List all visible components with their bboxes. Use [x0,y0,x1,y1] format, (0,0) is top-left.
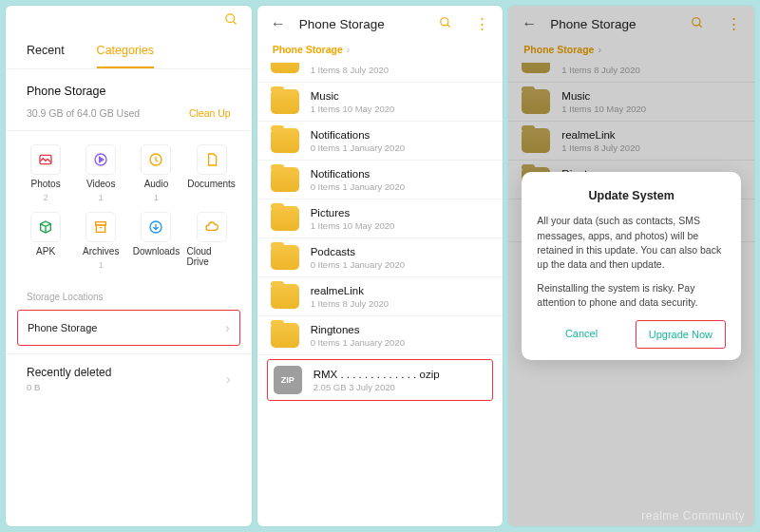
archive-icon [86,212,116,242]
cloud-icon [197,212,227,242]
category-archives[interactable]: Archives 1 [76,212,125,271]
location-label: Phone Storage [28,322,97,333]
locations-label: Storage Locations [6,278,252,308]
search-icon[interactable] [439,16,452,32]
svg-point-0 [226,14,235,23]
row-name: Ringtones [311,324,490,335]
cancel-button[interactable]: Cancel [537,320,625,349]
update-system-dialog: Update System All your data (such as con… [522,172,741,359]
watermark: realme Community [641,509,745,522]
search-icon[interactable] [224,12,238,29]
dialog-actions: Cancel Upgrade Now [537,320,726,349]
category-apk[interactable]: APK [21,212,70,271]
file-row[interactable]: ZIP RMX . . . . . . . . . . . . . ozip 2… [267,359,494,401]
category-label: Videos [86,179,115,189]
category-count: 1 [99,260,104,270]
file-list: 1 Items 8 July 2020 Music 1 Items 10 May… [257,63,504,526]
breadcrumb[interactable]: Phone Storage› [257,36,504,63]
row-sub: 1 Items 10 May 2020 [311,220,490,231]
upgrade-now-button[interactable]: Upgrade Now [636,320,726,349]
breadcrumb-label: Phone Storage [273,44,343,55]
row-sub: 0 Items 1 January 2020 [311,142,490,153]
category-audio[interactable]: Audio 1 [131,144,180,202]
chevron-right-icon: › [225,320,230,335]
recently-deleted[interactable]: Recently deleted 0 B › [6,353,252,404]
row-name: Notifications [311,168,490,180]
category-label: Cloud Drive [187,246,237,267]
recently-deleted-label: Recently deleted [27,366,111,379]
row-sub: 2.05 GB 3 July 2020 [314,382,487,392]
folder-icon [271,323,299,348]
folder-icon [271,284,299,309]
modal-overlay: Update System All your data (such as con… [508,6,754,526]
back-icon[interactable]: ← [271,15,286,32]
row-sub: 1 Items 8 July 2020 [311,298,490,309]
panel-folder-list: ← Phone Storage ⋮ Phone Storage› 1 Items… [257,6,504,526]
cube-icon [30,212,61,242]
folder-icon [271,63,299,73]
folder-row[interactable]: Music 1 Items 10 May 2020 [257,83,504,122]
row-sub: 0 Items 1 January 2020 [311,259,490,270]
folder-icon [271,245,299,270]
row-meta: Pictures 1 Items 10 May 2020 [311,207,490,231]
folder-row[interactable]: Ringtones 0 Items 1 January 2020 [257,316,504,355]
category-photos[interactable]: Photos 2 [21,144,70,202]
row-meta: realmeLink 1 Items 8 July 2020 [311,285,490,309]
category-cloud-drive[interactable]: Cloud Drive [187,212,237,271]
page-title: Phone Storage [299,17,427,31]
category-downloads[interactable]: Downloads [131,212,180,271]
zip-icon: ZIP [274,366,302,394]
cleanup-link[interactable]: Clean Up [189,107,231,119]
row-meta: Notifications 0 Items 1 January 2020 [311,168,490,192]
play-icon [86,144,116,175]
tab-recent[interactable]: Recent [27,44,65,68]
category-label: APK [36,246,55,256]
category-documents[interactable]: Documents [187,144,237,202]
location-phone-storage[interactable]: Phone Storage › [17,310,240,346]
folder-row[interactable]: Notifications 0 Items 1 January 2020 [257,161,504,200]
category-count: 1 [154,193,159,202]
category-label: Archives [83,246,119,256]
category-label: Downloads [133,246,180,256]
category-grid: Photos 2 Videos 1 Audio 1 Documents APK … [6,131,252,278]
svg-point-7 [441,17,448,25]
download-icon [141,212,171,242]
storage-title: Phone Storage [6,69,252,102]
category-label: Documents [187,179,236,189]
folder-icon [271,128,299,153]
tab-categories[interactable]: Categories [97,44,154,68]
panel-categories: Recent Categories Phone Storage 30.9 GB … [6,6,252,526]
storage-subline: 30.9 GB of 64.0 GB Used Clean Up [6,102,252,131]
svg-rect-5 [97,225,105,232]
folder-row[interactable]: Podcasts 0 Items 1 January 2020 [257,238,504,277]
category-count: 2 [44,193,48,202]
tabs: Recent Categories [6,36,252,69]
row-name: realmeLink [311,285,490,296]
dialog-message-2: Reinstalling the system is risky. Pay at… [537,281,726,310]
category-videos[interactable]: Videos 1 [76,144,125,202]
row-meta: Music 1 Items 10 May 2020 [311,90,490,114]
row-name: RMX . . . . . . . . . . . . . ozip [314,369,487,380]
row-meta: Podcasts 0 Items 1 January 2020 [311,246,490,270]
image-icon [30,144,61,175]
row-sub: 0 Items 1 January 2020 [311,337,490,348]
row-meta: 1 Items 8 July 2020 [311,63,490,75]
folder-row[interactable]: Notifications 0 Items 1 January 2020 [257,122,504,161]
category-label: Photos [31,179,61,189]
row-sub: 1 Items 8 July 2020 [311,65,490,75]
row-name: Pictures [311,207,490,218]
recently-deleted-size: 0 B [27,382,111,392]
folder-row[interactable]: realmeLink 1 Items 8 July 2020 [257,277,504,316]
row-sub: 0 Items 1 January 2020 [311,181,490,192]
more-icon[interactable]: ⋮ [475,15,489,32]
dialog-title: Update System [537,189,726,202]
category-count: 1 [99,193,104,202]
row-meta: Ringtones 0 Items 1 January 2020 [311,324,490,348]
folder-icon [271,206,299,231]
panel-update-dialog: ← Phone Storage ⋮ Phone Storage› 1 Items… [508,6,754,526]
folder-row[interactable]: 1 Items 8 July 2020 [257,63,504,83]
doc-icon [197,144,227,175]
folder-row[interactable]: Pictures 1 Items 10 May 2020 [257,200,504,238]
dialog-message-1: All your data (such as contacts, SMS mes… [537,214,726,272]
row-name: Podcasts [311,246,490,257]
